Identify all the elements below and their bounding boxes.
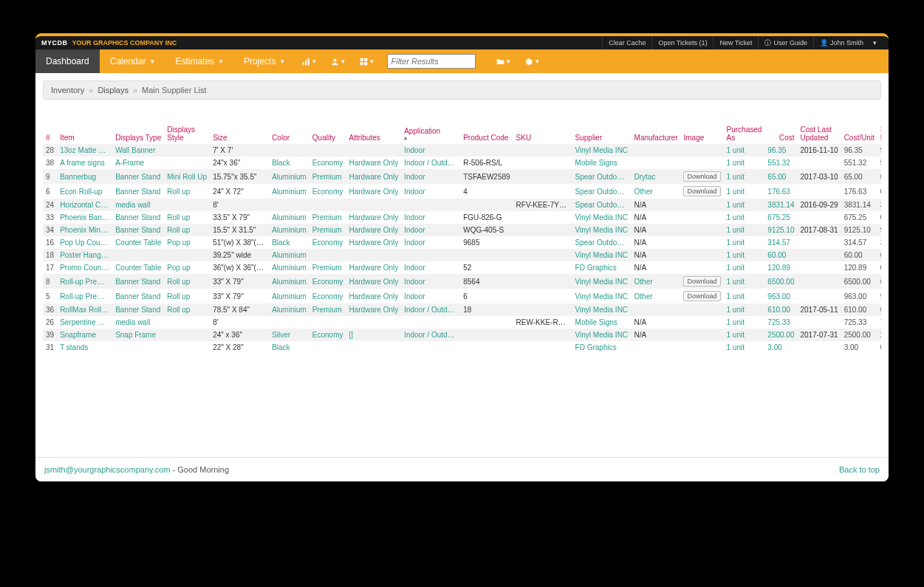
col-cost[interactable]: Cost [764, 107, 797, 144]
cell-item-link[interactable]: Serpentine Cur... [57, 316, 112, 329]
cell-item-link[interactable]: T stands [57, 341, 112, 354]
cell-style-link[interactable]: Mini Roll Up [164, 169, 210, 184]
user-guide-link[interactable]: ⓘ User Guide [758, 36, 813, 49]
cell-quality-link[interactable]: Economy [309, 236, 346, 249]
cell-app-link[interactable]: Indoor [401, 236, 460, 249]
cell-quality-link[interactable]: Premium [309, 261, 346, 274]
cell-mfr-link[interactable]: Drytac [632, 169, 681, 184]
cell-color-link[interactable] [269, 199, 309, 211]
cell-pas-link[interactable]: 1 unit [724, 199, 765, 211]
cell-app-link[interactable]: Indoor [401, 211, 460, 224]
cell-supplier-link[interactable]: Vinyl Media INC [572, 289, 632, 303]
cell-attr-link[interactable]: Hardware Only [346, 303, 402, 316]
cell-pas-link[interactable]: 1 unit [724, 224, 765, 236]
cell-attr-link[interactable] [346, 249, 402, 261]
cell-style-link[interactable] [164, 316, 210, 329]
cell-type-link[interactable]: media wall [112, 199, 164, 211]
cell-supplier-link[interactable]: Spear Outdour... [572, 169, 632, 184]
nav-grid-icon[interactable] [352, 49, 381, 73]
cell-style-link[interactable] [164, 329, 210, 341]
cell-item-link[interactable]: Snapframe [57, 329, 112, 341]
cell-supplier-link[interactable]: FD Graphics [572, 261, 632, 274]
cell-item-link[interactable]: 13oz Matte Vin... [57, 144, 112, 157]
cell-item-link[interactable]: Roll-up Premiu... [57, 289, 112, 303]
cell-attr-link[interactable]: Hardware Only [346, 236, 402, 249]
cell-pas-link[interactable]: 1 unit [724, 157, 765, 169]
cell-attr-link[interactable]: [] [346, 329, 402, 341]
cell-supplier-link[interactable]: Spear Outdour... [572, 236, 632, 249]
cell-type-link[interactable]: Banner Stand [112, 224, 164, 236]
cell-quality-link[interactable]: Economy [309, 289, 346, 303]
cell-app-link[interactable]: Indoor [401, 169, 460, 184]
cell-attr-link[interactable]: Hardware Only [346, 169, 402, 184]
cell-color-link[interactable]: Aluminium [269, 211, 309, 224]
filter-results-input[interactable] [387, 54, 476, 69]
cell-quality-link[interactable]: Economy [309, 184, 346, 199]
cell-pas-link[interactable]: 1 unit [724, 236, 765, 249]
cell-color-link[interactable]: Black [269, 236, 309, 249]
cell-type-link[interactable]: Snap Frame [112, 329, 164, 341]
cell-pas-link[interactable]: 1 unit [724, 289, 765, 303]
cell-item-link[interactable]: Pop Up Counter [57, 236, 112, 249]
cell-style-link[interactable] [164, 144, 210, 157]
cell-quality-link[interactable]: Economy [309, 157, 346, 169]
cell-supplier-link[interactable]: Spear Outdour... [572, 184, 632, 199]
cell-pas-link[interactable]: 1 unit [724, 274, 765, 289]
cell-quality-link[interactable]: Premium [309, 211, 346, 224]
cell-supplier-link[interactable]: Vinyl Media INC [572, 144, 632, 157]
cell-type-link[interactable] [112, 249, 164, 261]
nav-calendar[interactable]: Calendar [100, 49, 165, 73]
cell-pas-link[interactable]: 1 unit [724, 211, 765, 224]
cell-item-link[interactable]: Promo Counter 2 [57, 261, 112, 274]
cell-item-link[interactable]: Roll-up Premiu... [57, 274, 112, 289]
cell-app-link[interactable]: Indoor [401, 261, 460, 274]
cell-color-link[interactable]: Aluminium [269, 169, 309, 184]
download-button[interactable]: Download [683, 171, 720, 182]
cell-pas-link[interactable]: 1 unit [724, 329, 765, 341]
cell-color-link[interactable]: Silver [269, 329, 309, 341]
cell-supplier-link[interactable]: Vinyl Media INC [572, 249, 632, 261]
breadcrumb-inventory[interactable]: Inventory [51, 86, 84, 95]
cell-pas-link[interactable]: 1 unit [724, 249, 765, 261]
cell-style-link[interactable] [164, 157, 210, 169]
cell-type-link[interactable]: media wall [112, 316, 164, 329]
cell-mfr-link[interactable]: Other [632, 274, 681, 289]
open-tickets-link[interactable]: Open Tickets (1) [651, 36, 713, 49]
col-quality[interactable]: Quality [309, 107, 346, 144]
cell-color-link[interactable]: Aluminium [269, 261, 309, 274]
cell-quality-link[interactable] [309, 199, 346, 211]
nav-settings-icon[interactable] [518, 49, 547, 73]
cell-quality-link[interactable] [309, 341, 346, 354]
cell-quality-link[interactable]: Premium [309, 169, 346, 184]
cell-pas-link[interactable]: 1 unit [724, 261, 765, 274]
cell-item-link[interactable]: Bannerbug [57, 169, 112, 184]
nav-dashboard[interactable]: Dashboard [35, 49, 100, 73]
cell-quality-link[interactable] [309, 144, 346, 157]
download-button[interactable]: Download [683, 186, 720, 196]
cell-item-link[interactable]: Phoenix Banne... [57, 211, 112, 224]
cell-attr-link[interactable] [346, 199, 402, 211]
cell-color-link[interactable]: Black [269, 157, 309, 169]
cell-style-link[interactable]: Roll up [164, 211, 210, 224]
cell-supplier-link[interactable]: Vinyl Media INC [572, 303, 632, 316]
cell-attr-link[interactable] [346, 144, 402, 157]
col-sell-price-unit-hw[interactable]: Sell Price/Unit/HW [877, 107, 881, 144]
col-attributes[interactable]: Attributes [346, 107, 402, 144]
cell-type-link[interactable]: Banner Stand [112, 303, 164, 316]
cell-type-link[interactable]: Counter Table [112, 236, 164, 249]
nav-users-icon[interactable] [324, 49, 352, 73]
col-size[interactable]: Size [210, 107, 269, 144]
cell-item-link[interactable]: Econ Roll-up [57, 184, 112, 199]
cell-style-link[interactable]: Pop up [164, 236, 210, 249]
cell-app-link[interactable]: Indoor [401, 144, 460, 157]
cell-style-link[interactable]: Roll up [164, 274, 210, 289]
cell-app-link[interactable]: Indoor / Outdoor [401, 303, 460, 316]
cell-supplier-link[interactable]: Vinyl Media INC [572, 224, 632, 236]
cell-pas-link[interactable]: 1 unit [724, 303, 765, 316]
download-button[interactable]: Download [683, 276, 720, 286]
nav-folder-icon[interactable] [489, 49, 518, 73]
cell-supplier-link[interactable]: Mobile Signs [572, 316, 632, 329]
col-product-code[interactable]: Product Code [460, 107, 513, 144]
cell-style-link[interactable]: Roll up [164, 289, 210, 303]
cell-app-link[interactable] [401, 249, 460, 261]
